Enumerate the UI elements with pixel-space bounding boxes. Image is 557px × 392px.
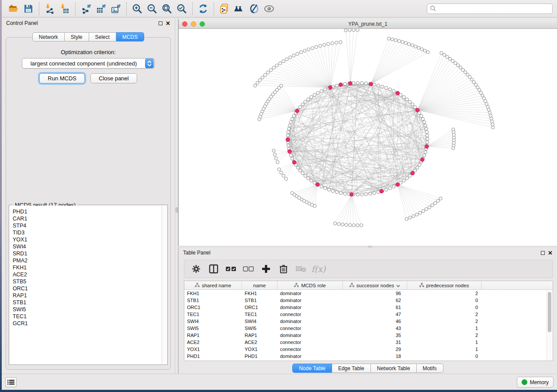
cell-shared-name[interactable]: PHD1 xyxy=(184,353,242,360)
export-image-icon[interactable] xyxy=(108,2,123,16)
export-table-icon[interactable] xyxy=(93,2,108,16)
cell-predecessor-nodes[interactable]: 2 xyxy=(407,290,481,297)
open-file-icon[interactable] xyxy=(6,2,21,16)
cell-MCDS-role[interactable]: dominator xyxy=(277,290,343,297)
cell-MCDS-role[interactable]: connector xyxy=(277,339,343,346)
tab-style[interactable]: Style xyxy=(65,32,89,41)
cell-shared-name[interactable]: SWI4 xyxy=(184,318,242,325)
cell-name[interactable]: ORC1 xyxy=(242,304,277,311)
close-panel-button[interactable]: Close panel xyxy=(90,73,137,83)
table-row[interactable]: STB1STB1dominator620 xyxy=(184,297,553,304)
zoom-out-icon[interactable] xyxy=(145,2,159,16)
mcds-result-item[interactable]: STB1 xyxy=(13,299,162,306)
table-row[interactable]: PHD1PHD1dominator180 xyxy=(184,353,553,360)
vertical-splitter[interactable] xyxy=(175,18,178,374)
cell-name[interactable]: ACE2 xyxy=(242,339,277,346)
cell-shared-name[interactable]: ORC1 xyxy=(184,304,242,311)
cell-name[interactable]: RAP1 xyxy=(242,332,277,339)
cell-MCDS-role[interactable]: dominator xyxy=(277,332,343,339)
column-header-shared-name[interactable]: shared name xyxy=(184,281,242,289)
import-network-icon[interactable] xyxy=(42,2,57,16)
cell-predecessor-nodes[interactable]: 0 xyxy=(407,297,481,304)
cell-successor-nodes[interactable]: 31 xyxy=(343,339,407,346)
cell-shared-name[interactable]: SWI5 xyxy=(184,325,242,332)
search-input[interactable] xyxy=(436,6,550,12)
column-header-name[interactable]: name xyxy=(242,281,277,289)
cell-MCDS-role[interactable]: connector xyxy=(277,346,343,353)
cell-predecessor-nodes[interactable]: 1 xyxy=(407,325,481,332)
cell-successor-nodes[interactable]: 61 xyxy=(343,304,407,311)
mcds-result-item[interactable]: YOX1 xyxy=(13,236,162,243)
optimization-criterion-select[interactable]: largest connected component (undirected) xyxy=(22,58,155,69)
table-tab-edge-table[interactable]: Edge Table xyxy=(332,364,371,373)
mcds-result-item[interactable]: SRD1 xyxy=(13,250,162,257)
gear-icon[interactable] xyxy=(190,262,203,275)
cell-name[interactable]: TEC1 xyxy=(242,311,277,318)
run-mcds-button[interactable]: Run MCDS xyxy=(39,73,85,83)
cell-successor-nodes[interactable]: 29 xyxy=(343,346,407,353)
mcds-result-item[interactable]: TEC1 xyxy=(13,313,162,320)
cell-MCDS-role[interactable]: connector xyxy=(277,325,343,332)
table-row[interactable]: FKH1FKH1dominator962 xyxy=(184,290,553,297)
mcds-result-item[interactable]: STP4 xyxy=(13,222,162,229)
cell-name[interactable]: YOX1 xyxy=(242,346,277,353)
cell-successor-nodes[interactable]: 47 xyxy=(343,311,407,318)
zoom-fit-icon[interactable] xyxy=(159,2,174,16)
mcds-result-item[interactable]: TID3 xyxy=(13,229,162,236)
cell-predecessor-nodes[interactable]: 2 xyxy=(407,332,481,339)
mcds-result-item[interactable]: ORC1 xyxy=(13,285,162,292)
float-panel-icon[interactable] xyxy=(541,251,545,255)
mcds-result-item[interactable]: ACE2 xyxy=(13,271,162,278)
table-scrollbar[interactable] xyxy=(547,290,552,360)
table-row[interactable]: ORC1ORC1dominator610 xyxy=(184,304,553,311)
cell-MCDS-role[interactable]: dominator xyxy=(277,353,343,360)
table-row[interactable]: ACE2ACE2connector311 xyxy=(184,339,553,346)
cell-predecessor-nodes[interactable]: 0 xyxy=(407,353,481,360)
splitter-grip[interactable] xyxy=(176,207,178,213)
float-panel-icon[interactable] xyxy=(159,21,163,25)
cell-name[interactable]: STB1 xyxy=(242,297,277,304)
cell-name[interactable]: FKH1 xyxy=(242,290,277,297)
function-builder-icon[interactable]: f(x) xyxy=(312,262,325,275)
mcds-result-list[interactable]: PHD1CAR1STP4TID3YOX1SWI4SRD1PMA2FKH1ACE2… xyxy=(10,206,162,364)
cell-MCDS-role[interactable]: dominator xyxy=(277,318,343,325)
cell-shared-name[interactable]: ACE2 xyxy=(184,339,242,346)
table-tab-network-table[interactable]: Network Table xyxy=(371,364,417,373)
cell-predecessor-nodes[interactable]: 0 xyxy=(407,304,481,311)
search-field[interactable] xyxy=(427,3,553,14)
table-row[interactable]: SWI4SWI4dominator462 xyxy=(184,318,553,325)
network-canvas[interactable] xyxy=(179,29,557,246)
show-all-icon[interactable] xyxy=(262,2,277,16)
cell-predecessor-nodes[interactable]: 2 xyxy=(407,318,481,325)
cell-name[interactable]: PHD1 xyxy=(242,353,277,360)
tab-network[interactable]: Network xyxy=(32,32,65,41)
mcds-result-item[interactable]: PMA2 xyxy=(13,257,162,264)
first-neighbors-icon[interactable] xyxy=(232,2,247,16)
delete-icon[interactable] xyxy=(277,262,290,275)
cell-successor-nodes[interactable]: 18 xyxy=(343,353,407,360)
cell-successor-nodes[interactable]: 46 xyxy=(343,318,407,325)
column-header-predecessor-nodes[interactable]: predecessor nodes xyxy=(407,281,481,289)
add-icon[interactable] xyxy=(259,262,273,275)
column-header-successor-nodes[interactable]: successor nodes xyxy=(343,281,407,289)
mcds-result-scrollbar[interactable] xyxy=(162,206,167,364)
save-session-icon[interactable] xyxy=(21,2,36,16)
cell-MCDS-role[interactable]: dominator xyxy=(277,297,343,304)
tab-mcds[interactable]: MCDS xyxy=(116,32,144,41)
split-view-icon[interactable] xyxy=(207,262,220,275)
cell-MCDS-role[interactable]: dominator xyxy=(277,304,343,311)
apply-layout-icon[interactable] xyxy=(196,2,211,16)
delete-table-icon[interactable] xyxy=(294,262,308,275)
cell-name[interactable]: SWI4 xyxy=(242,318,277,325)
table-row[interactable]: YOX1YOX1connector291 xyxy=(184,346,553,353)
scrollbar-thumb[interactable] xyxy=(548,292,551,332)
table-row[interactable]: RAP1RAP1dominator352 xyxy=(184,332,553,339)
mcds-result-item[interactable]: PHD1 xyxy=(13,208,162,215)
mcds-result-item[interactable]: SWI4 xyxy=(13,243,162,250)
cell-predecessor-nodes[interactable]: 1 xyxy=(407,346,481,353)
close-panel-icon[interactable]: ✕ xyxy=(548,251,553,255)
import-table-icon[interactable] xyxy=(57,2,72,16)
show-panels-list-icon[interactable] xyxy=(5,377,17,387)
memory-button[interactable]: Memory xyxy=(517,377,554,388)
cell-name[interactable]: SWI5 xyxy=(242,325,277,332)
